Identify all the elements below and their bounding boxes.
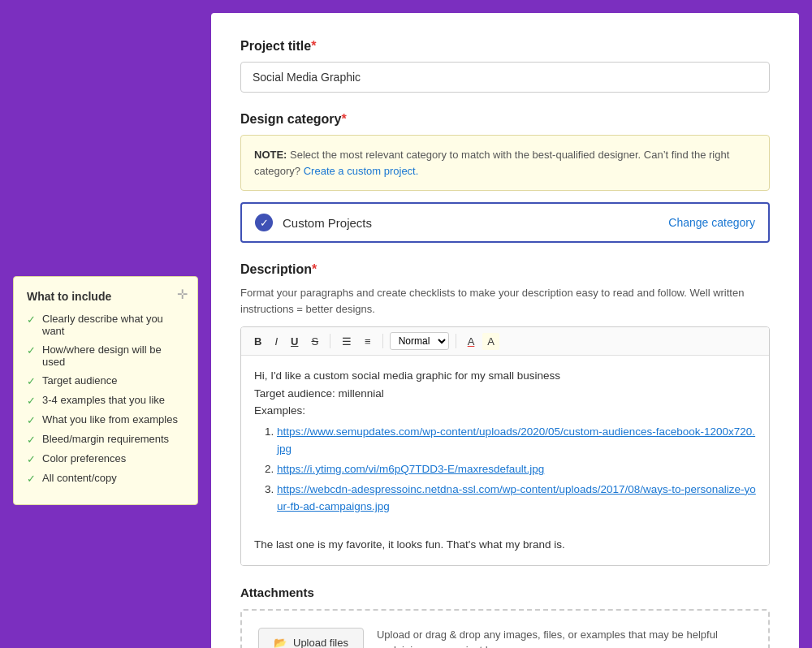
list-item: ✓ Bleed/margin requirements	[27, 433, 184, 446]
check-icon-1: ✓	[27, 313, 36, 326]
editor-container: B I U S ☰ ≡ Normal A A Hi, I'd like	[240, 326, 770, 566]
italic-button[interactable]: I	[270, 333, 283, 350]
project-title-group: Project title*	[240, 39, 770, 93]
editor-toolbar: B I U S ☰ ≡ Normal A A	[241, 327, 769, 356]
check-icon-8: ✓	[27, 473, 36, 485]
main-content: Project title* Design category* NOTE: Se…	[211, 13, 799, 648]
check-icon-7: ✓	[27, 453, 36, 465]
font-size-select[interactable]: Normal	[390, 332, 449, 350]
upload-files-button[interactable]: 📂 Upload files	[258, 628, 364, 648]
note-label: NOTE:	[254, 149, 287, 161]
upload-box: 📂 Upload files Upload or drag & drop any…	[240, 609, 770, 648]
required-star-title: *	[311, 39, 316, 53]
check-icon-5: ✓	[27, 414, 36, 426]
category-check-icon: ✓	[255, 214, 273, 231]
check-icon-2: ✓	[27, 344, 36, 356]
check-icon-3: ✓	[27, 375, 36, 387]
example-link-2[interactable]: https://i.ytimg.com/vi/m6pQ7TDD3-E/maxre…	[277, 463, 544, 475]
unordered-list-button[interactable]: ≡	[360, 333, 376, 350]
project-title-input[interactable]	[240, 62, 770, 93]
create-custom-project-link[interactable]: Create a custom project.	[304, 165, 419, 177]
editor-examples-label: Examples:	[254, 402, 756, 420]
category-selected-row: ✓ Custom Projects Change category	[240, 202, 770, 243]
example-link-3[interactable]: https://webcdn-adespressoinc.netdna-ssl.…	[277, 483, 756, 513]
bold-button[interactable]: B	[249, 333, 266, 350]
list-item: ✓ All content/copy	[27, 472, 184, 485]
required-star-category: *	[341, 112, 346, 126]
upload-button-label: Upload files	[293, 637, 348, 648]
design-category-note: NOTE: Select the most relevant category …	[240, 135, 770, 191]
editor-body[interactable]: Hi, I'd like a custom social media graph…	[241, 356, 769, 565]
left-panel: ✛ What to include ✓ Clearly describe wha…	[0, 0, 211, 648]
list-item: ✓ How/where design will be used	[27, 343, 184, 368]
upload-hint: Upload or drag & drop any images, files,…	[377, 627, 752, 648]
list-item: ✓ Target audience	[27, 374, 184, 387]
check-icon-4: ✓	[27, 395, 36, 407]
list-item: ✓ Clearly describe what you want	[27, 313, 184, 337]
highlight-button[interactable]: A	[482, 333, 499, 350]
editor-closing: The last one is my favorite, it looks fu…	[254, 536, 756, 554]
underline-button[interactable]: U	[286, 333, 303, 350]
what-to-include-title: What to include	[27, 290, 184, 303]
description-label: Description*	[240, 262, 770, 277]
move-icon[interactable]: ✛	[177, 287, 188, 302]
editor-examples-list: https://www.semupdates.com/wp-content/up…	[254, 423, 756, 516]
design-category-group: Design category* NOTE: Select the most r…	[240, 112, 770, 243]
project-title-label: Project title*	[240, 39, 770, 54]
design-category-label: Design category*	[240, 112, 770, 127]
category-name: Custom Projects	[283, 216, 662, 230]
what-to-include-card: ✛ What to include ✓ Clearly describe wha…	[13, 276, 198, 505]
toolbar-separator-2	[382, 334, 383, 348]
attachments-section: Attachments 📂 Upload files Upload or dra…	[240, 585, 770, 648]
list-item: ✓ What you like from examples	[27, 413, 184, 426]
list-item: ✓ 3-4 examples that you like	[27, 394, 184, 407]
required-star-desc: *	[312, 262, 317, 276]
change-category-link[interactable]: Change category	[668, 216, 755, 229]
description-group: Description* Format your paragraphs and …	[240, 262, 770, 566]
font-color-button[interactable]: A	[463, 333, 480, 350]
toolbar-separator-3	[456, 334, 456, 348]
description-hint: Format your paragraphs and create checkl…	[240, 285, 770, 317]
list-item: ✓ Color preferences	[27, 452, 184, 465]
ordered-list-button[interactable]: ☰	[337, 333, 356, 350]
strikethrough-button[interactable]: S	[306, 333, 323, 350]
page-wrapper: ✛ What to include ✓ Clearly describe wha…	[0, 0, 812, 648]
attachments-label: Attachments	[240, 585, 770, 599]
editor-audience: Target audience: millennial	[254, 385, 756, 403]
toolbar-separator-1	[330, 334, 330, 348]
check-icon-6: ✓	[27, 434, 36, 446]
editor-intro: Hi, I'd like a custom social media graph…	[254, 367, 756, 385]
upload-icon: 📂	[274, 637, 287, 648]
example-link-1[interactable]: https://www.semupdates.com/wp-content/up…	[277, 426, 755, 456]
